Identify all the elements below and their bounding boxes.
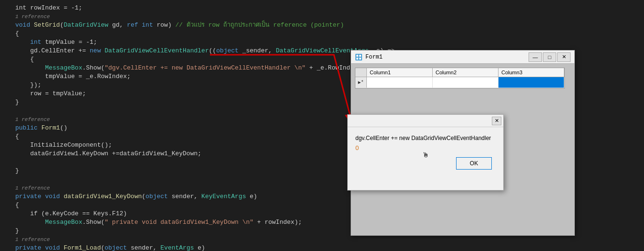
form1-titlebar: Form1 — □ ✕ [351,50,574,64]
datagrid-corner-cell [355,68,367,77]
minimize-button[interactable]: — [529,52,542,62]
svg-rect-2 [356,55,358,57]
datagrid[interactable]: Column1 Column2 Column3 ▶* [355,68,565,89]
datagrid-row: ▶* [355,77,564,88]
form1-body: Column1 Column2 Column3 ▶* [351,64,574,92]
datagrid-cell-3-selected[interactable] [499,77,564,88]
msgbox-titlebar: ✕ [348,115,503,127]
datagrid-row-header: ▶* [355,77,367,88]
svg-rect-5 [359,58,361,60]
ok-button[interactable]: OK [456,157,492,170]
form1-title-left: Form1 [355,53,383,61]
svg-rect-3 [359,55,361,57]
msgbox-value-text: 0 [355,144,496,151]
code-line: { [0,30,644,38]
code-line: void SetGrid(DataGridView gd, ref int ro… [0,21,644,30]
datagrid-cell-1[interactable] [367,77,433,88]
msgbox-ok-area: OK [355,157,496,170]
form1-controls: — □ ✕ [529,52,571,62]
msgbox-body: dgv.CellEnter += new DataGridViewCellEve… [348,127,503,174]
code-line: private void Form1_Load(object sender, E… [0,244,644,251]
code-line: int tmpValue = -1; [0,38,644,47]
code-line: int rowIndex = -1; [0,4,644,12]
datagrid-column-header-3[interactable]: Column3 [499,68,564,77]
messagebox-dialog: ✕ dgv.CellEnter += new DataGridViewCellE… [347,114,504,191]
code-line: 1 reference [0,12,644,21]
datagrid-cell-2[interactable] [433,77,499,88]
msgbox-message-text: dgv.CellEnter += new DataGridViewCellEve… [355,134,496,142]
form1-title: Form1 [365,54,383,60]
code-line: 1 reference [0,235,644,244]
maximize-button[interactable]: □ [543,52,556,62]
svg-rect-4 [356,58,358,60]
datagrid-column-header-1[interactable]: Column1 [367,68,433,77]
msgbox-close-button[interactable]: ✕ [492,117,501,125]
form1-close-button[interactable]: ✕ [557,52,571,62]
datagrid-header-row: Column1 Column2 Column3 [355,68,564,77]
datagrid-column-header-2[interactable]: Column2 [433,68,499,77]
form-icon [355,53,363,61]
